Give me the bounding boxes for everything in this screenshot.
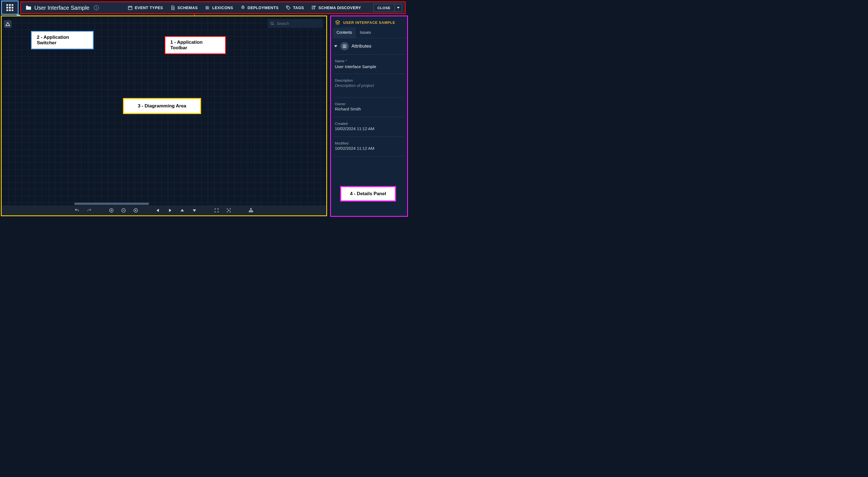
- nav-deployments-label: DEPLOYMENTS: [248, 5, 279, 10]
- zoom-out-button[interactable]: [121, 208, 127, 214]
- field-modified: Modified 10/02/2024 11:12 AM: [331, 138, 407, 155]
- close-dropdown-button[interactable]: [395, 4, 402, 12]
- pan-up-button[interactable]: [179, 208, 185, 214]
- tab-issues[interactable]: Issues: [356, 27, 375, 38]
- field-name-label: Name*: [335, 59, 403, 63]
- nav-event-types[interactable]: EVENT TYPES: [128, 5, 163, 10]
- divider: [334, 117, 404, 117]
- nav-tags-label: TAGS: [293, 5, 304, 10]
- document-icon: [170, 5, 175, 10]
- attributes-section-header[interactable]: Attributes: [331, 38, 407, 53]
- canvas-bottom-toolbar: [2, 205, 326, 215]
- zoom-reset-button[interactable]: [133, 208, 139, 214]
- triangle-left-icon: [156, 209, 159, 212]
- horizontal-scrollbar-thumb[interactable]: [74, 203, 149, 205]
- project-title-group: User Interface Sample i: [26, 5, 99, 11]
- calendar-icon: [128, 5, 133, 10]
- nav-schemas-label: SCHEMAS: [178, 5, 198, 10]
- nav-tags[interactable]: TAGS: [286, 5, 304, 10]
- fit-icon: [214, 208, 219, 213]
- divider: [334, 54, 404, 55]
- attributes-section-label: Attributes: [351, 43, 371, 49]
- field-created-label: Created: [335, 122, 403, 126]
- field-modified-label: Modified: [335, 141, 403, 145]
- minus-circle-icon: [121, 208, 126, 213]
- undo-button[interactable]: [74, 208, 80, 214]
- dot-circle-icon: [133, 208, 138, 213]
- divider: [334, 136, 404, 137]
- details-panel-header: USER INTERFACE SAMPLE: [331, 16, 407, 27]
- undo-icon: [74, 208, 80, 213]
- hierarchy-icon: [248, 208, 253, 213]
- toolbar-nav: EVENT TYPES SCHEMAS LEXICONS DEPLOYMENTS…: [128, 4, 402, 12]
- zoom-in-button[interactable]: [108, 208, 114, 214]
- triangle-icon: [5, 22, 10, 26]
- center-icon: [226, 208, 231, 213]
- svg-rect-12: [249, 211, 250, 212]
- triangle-up-icon: [181, 209, 184, 212]
- svg-point-5: [271, 22, 273, 24]
- field-description-placeholder[interactable]: Description of project: [335, 83, 403, 94]
- field-owner: Owner Richard Smith: [331, 99, 407, 115]
- center-button[interactable]: [226, 208, 232, 214]
- chevron-down-icon: [334, 44, 338, 48]
- field-name-input[interactable]: [335, 63, 403, 71]
- annotation-details: 4 - Details Panel: [340, 186, 396, 201]
- nav-lexicons[interactable]: LEXICONS: [205, 5, 233, 10]
- close-button[interactable]: CLOSE: [373, 4, 395, 12]
- chevron-down-icon: [397, 6, 400, 9]
- pan-left-button[interactable]: [155, 208, 161, 214]
- triangle-right-icon: [168, 209, 172, 212]
- svg-rect-13: [251, 211, 251, 212]
- field-name: Name*: [331, 56, 407, 72]
- nav-deployments[interactable]: DEPLOYMENTS: [240, 5, 279, 10]
- grid-icon: [6, 4, 13, 11]
- field-created: Created 10/02/2024 11:12 AM: [331, 119, 407, 135]
- svg-point-2: [287, 7, 288, 7]
- horizontal-scrollbar-track[interactable]: [3, 203, 324, 205]
- folder-icon: [26, 5, 32, 10]
- info-icon[interactable]: i: [94, 5, 99, 10]
- divider: [334, 97, 404, 97]
- annotation-diagram: 3 - Diagramming Area: [123, 98, 201, 114]
- nav-schema-discovery[interactable]: SCHEMA DISCOVERY: [311, 5, 361, 10]
- attributes-section-icon: [340, 42, 349, 51]
- svg-rect-14: [252, 211, 253, 212]
- svg-rect-11: [251, 209, 251, 209]
- field-owner-value: Richard Smith: [335, 106, 403, 114]
- pan-right-button[interactable]: [167, 208, 173, 214]
- layers-icon: [335, 20, 340, 25]
- close-button-group: CLOSE: [373, 4, 402, 12]
- redo-button[interactable]: [86, 208, 92, 214]
- application-toolbar: User Interface Sample i EVENT TYPES SCHE…: [20, 1, 406, 14]
- field-description: Description Description of project: [331, 75, 407, 96]
- field-modified-value: 10/02/2024 11:12 AM: [335, 145, 403, 153]
- nav-schemas[interactable]: SCHEMAS: [170, 5, 198, 10]
- pan-down-button[interactable]: [191, 208, 197, 214]
- nav-event-types-label: EVENT TYPES: [135, 5, 163, 10]
- shape-tool-button[interactable]: [4, 20, 12, 28]
- app-root: User Interface Sample i EVENT TYPES SCHE…: [0, 0, 409, 218]
- rocket-icon: [240, 5, 245, 10]
- plus-circle-icon: [109, 208, 114, 213]
- app-switcher-button[interactable]: [1, 1, 19, 15]
- details-panel-title: USER INTERFACE SAMPLE: [343, 21, 395, 25]
- annotation-toolbar: 1 - Application Toolbar: [164, 36, 226, 54]
- nav-schema-discovery-label: SCHEMA DISCOVERY: [318, 5, 361, 10]
- field-owner-label: Owner: [335, 102, 403, 106]
- triangle-down-icon: [193, 209, 196, 212]
- svg-rect-0: [128, 6, 132, 10]
- discovery-icon: [311, 5, 316, 10]
- canvas-search-input[interactable]: [277, 21, 320, 26]
- redo-icon: [87, 208, 92, 213]
- field-description-label: Description: [335, 78, 403, 83]
- fit-screen-button[interactable]: [214, 208, 220, 214]
- field-created-value: 10/02/2024 11:12 AM: [335, 126, 403, 134]
- hierarchy-button[interactable]: [248, 208, 254, 214]
- canvas-search[interactable]: [268, 19, 323, 28]
- nav-lexicons-label: LEXICONS: [212, 5, 233, 10]
- table-icon: [342, 44, 347, 49]
- books-icon: [205, 5, 210, 10]
- tab-contents[interactable]: Contents: [333, 27, 356, 38]
- details-tabs: Contents Issues: [331, 27, 407, 38]
